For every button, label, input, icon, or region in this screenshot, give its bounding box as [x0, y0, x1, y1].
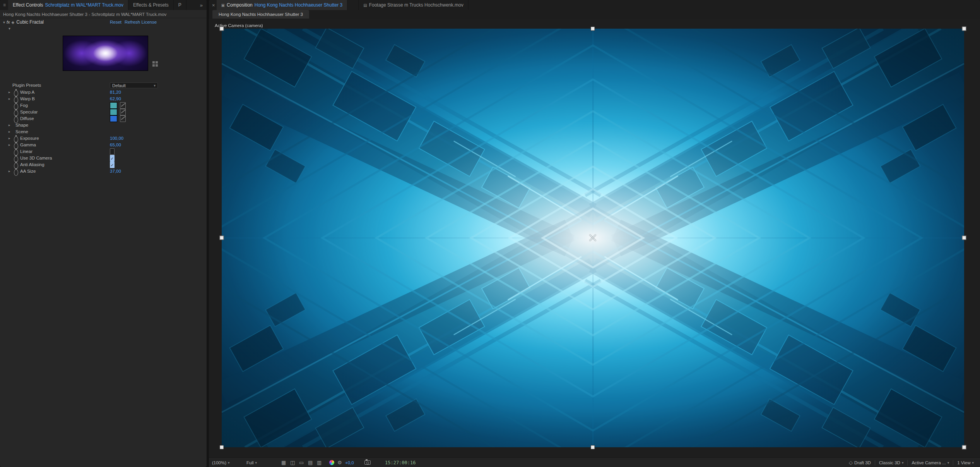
tab-composition[interactable]: ▣ Composition Hong Kong Nachts Hochhaeus…: [217, 0, 348, 10]
property-label: Anti Aliasing: [20, 161, 44, 168]
refresh-license-button[interactable]: Refresh License: [125, 20, 157, 24]
mask-visibility-icon[interactable]: ◫: [290, 458, 295, 467]
group-label: Shape: [15, 122, 28, 129]
tab-effect-controls[interactable]: Effect Controls Schrottplatz m WAL*MART …: [8, 0, 128, 10]
reset-button[interactable]: Reset: [110, 20, 121, 24]
effect-preview-thumbnail[interactable]: [63, 36, 148, 71]
tab-footage[interactable]: ▤ Footage Strasse m Trucks Hochschwenk.m…: [358, 0, 469, 10]
renderer-select[interactable]: Classic 3D ▾: [879, 458, 904, 467]
effect-name: Cubic Fractal: [16, 19, 44, 25]
viewer-toolbar: (100%) ▾ Full ▾ ▦ ◫ ▭ ▤ ▥ ⚙ +0,0 15:27:0…: [209, 457, 980, 467]
twirl-icon[interactable]: ▸: [9, 129, 10, 135]
property-label: Fog: [20, 102, 28, 109]
property-label: Warp A: [20, 89, 34, 96]
comp-mini-tab[interactable]: Hong Kong Nachts Hochhaeuser Shutter 3: [212, 10, 309, 19]
diffuse-color-swatch[interactable]: [110, 115, 117, 122]
effect-header: ▾ fx ◈ Cubic Fractal Reset Refresh Licen…: [0, 19, 207, 26]
composition-tabbar: × ▣ Composition Hong Kong Nachts Hochhae…: [209, 0, 980, 10]
effect-twirl-icon[interactable]: ▾: [0, 20, 7, 24]
renderer-label: Classic 3D: [879, 460, 900, 465]
property-value[interactable]: 37,00: [110, 168, 121, 175]
footage-icon: ▤: [363, 3, 367, 7]
preset-grid-icon[interactable]: [152, 61, 158, 67]
magnification-select[interactable]: (100%) ▾: [212, 458, 230, 467]
layer-handle-bottom-right[interactable]: [962, 445, 966, 450]
tab-effect-controls-filename: Schrottplatz m WAL*MART Truck.mov: [45, 2, 124, 8]
tab-composition-label: Composition: [227, 2, 253, 8]
eyedropper-icon[interactable]: [120, 115, 126, 122]
twirl-icon[interactable]: ▸: [9, 135, 10, 142]
twirl-icon[interactable]: ▸: [9, 142, 10, 148]
channels-color-icon[interactable]: [329, 458, 334, 467]
view-layout-icon[interactable]: ▥: [317, 458, 322, 467]
property-value[interactable]: 100,00: [110, 135, 123, 142]
property-row-aa-size: ▸ AA Size 37,00: [0, 168, 207, 175]
layer-handle-bottom-left[interactable]: [220, 445, 224, 450]
composition-panel: × ▣ Composition Hong Kong Nachts Hochhae…: [209, 0, 980, 467]
toolbar-divider: [907, 460, 908, 465]
region-of-interest-icon[interactable]: ▭: [299, 458, 304, 467]
resolution-select[interactable]: Full ▾: [246, 458, 257, 467]
draft-3d-icon: ◇: [849, 460, 853, 465]
exposure-gear-icon[interactable]: ⚙: [337, 458, 342, 467]
composition-viewer[interactable]: Active Camera (camera): [209, 19, 980, 457]
tab-effects-presets[interactable]: Effects & Presets: [128, 0, 174, 10]
toolbar-divider: [875, 460, 875, 465]
eyedropper-icon[interactable]: [120, 109, 126, 115]
layer-handle-bottom-center[interactable]: [591, 445, 595, 450]
close-icon[interactable]: ×: [209, 2, 217, 8]
effect-controls-panel: ≡ Effect Controls Schrottplatz m WAL*MAR…: [0, 0, 207, 467]
property-row-specular: Specular: [0, 109, 207, 115]
exposure-value[interactable]: +0,0: [345, 458, 354, 467]
fx-badge-icon[interactable]: fx: [7, 20, 10, 24]
composition-subtab-bar: Hong Kong Nachts Hochhaeuser Shutter 3: [209, 10, 980, 19]
tab-footage-label: Footage Strasse m Trucks Hochschwenk.mov: [369, 2, 463, 8]
twirl-icon[interactable]: ▸: [9, 96, 10, 102]
layer-handle-mid-right[interactable]: [962, 236, 966, 240]
panel-menu-icon[interactable]: ≡: [0, 2, 8, 8]
fog-color-swatch[interactable]: [110, 102, 117, 109]
tab-partial[interactable]: P: [174, 0, 186, 10]
after-effects-window: ≡ Effect Controls Schrottplatz m WAL*MAR…: [0, 0, 980, 467]
eyedropper-icon[interactable]: [120, 102, 126, 109]
snapshot-camera-icon[interactable]: [364, 458, 371, 467]
resolution-value: Full: [246, 460, 254, 465]
effect-icon: ◈: [12, 20, 15, 24]
property-label: Exposure: [20, 135, 39, 142]
layout-glyph: ▥: [317, 460, 322, 465]
twirl-icon[interactable]: ▸: [9, 122, 10, 129]
guides-icon[interactable]: ▤: [308, 458, 313, 467]
anti-aliasing-checkbox[interactable]: ✓: [110, 161, 115, 168]
view-layout-select[interactable]: 1 View ▾: [957, 458, 974, 467]
layer-handle-top-center[interactable]: [591, 27, 595, 31]
linear-checkbox[interactable]: [110, 148, 115, 155]
view-select[interactable]: Active Camera ... ▾: [912, 458, 949, 467]
tab-effects-presets-label: Effects & Presets: [133, 2, 169, 8]
property-value[interactable]: 62,90: [110, 96, 121, 102]
stopwatch-icon[interactable]: [14, 169, 18, 176]
twirl-icon[interactable]: ▸: [9, 89, 10, 96]
property-row-exposure: ▸ Exposure 100,00: [0, 135, 207, 142]
tab-partial-label: P: [178, 2, 181, 8]
property-row-shape: ▸ Shape: [0, 122, 207, 129]
twirl-icon[interactable]: ▸: [9, 168, 10, 175]
layer-handle-top-left[interactable]: [220, 27, 224, 31]
use-3d-camera-checkbox[interactable]: ✓: [110, 155, 115, 161]
plugin-presets-dropdown[interactable]: Default ▾: [110, 82, 158, 88]
viewer-toolbar-right: ◇ Draft 3D Classic 3D ▾ Active Camera ..…: [849, 458, 974, 467]
transparency-grid-icon[interactable]: ▦: [281, 458, 286, 467]
camera-poi-anchor[interactable]: [589, 234, 597, 242]
specular-color-swatch[interactable]: [110, 109, 117, 115]
layer-handle-mid-left[interactable]: [220, 236, 224, 240]
exposure-text: +0,0: [345, 460, 354, 465]
layer-handle-top-right[interactable]: [962, 27, 966, 31]
group-label: Scene: [15, 129, 28, 135]
current-time-display[interactable]: 15:27:00:16: [385, 458, 416, 467]
property-label: Warp B: [20, 96, 35, 102]
property-value[interactable]: 65,00: [110, 142, 121, 148]
panel-overflow-icon[interactable]: »: [196, 2, 207, 8]
timecode-text: 15:27:00:16: [385, 460, 416, 465]
effect-options-twirl-icon[interactable]: ▾: [9, 26, 10, 31]
property-value[interactable]: 81,20: [110, 89, 121, 96]
draft-3d-toggle[interactable]: ◇ Draft 3D: [849, 458, 871, 467]
